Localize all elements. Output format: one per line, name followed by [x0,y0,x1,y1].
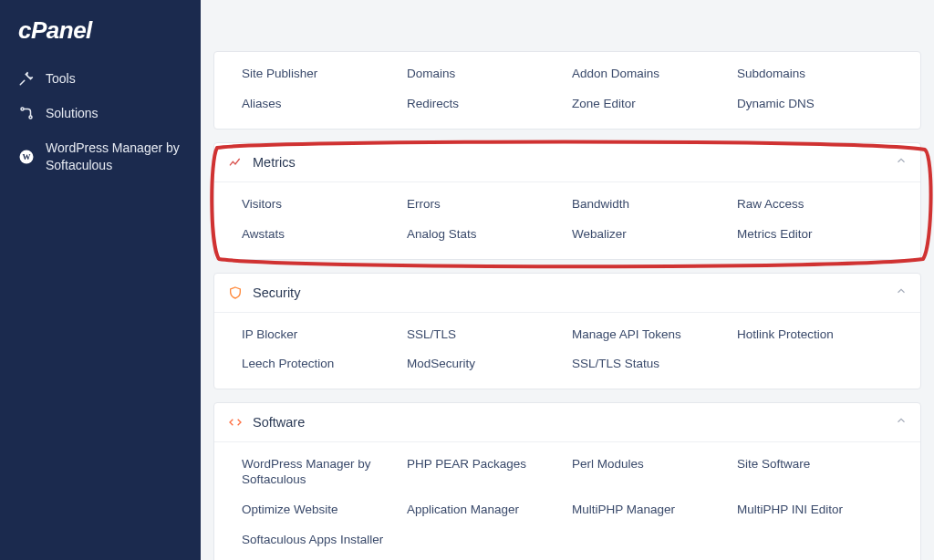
link-analog-stats[interactable]: Analog Stats [407,227,563,243]
svg-text:W: W [23,152,31,161]
link-errors[interactable]: Errors [407,197,563,213]
link-aliases[interactable]: Aliases [242,97,398,112]
sidebar-item-wordpress-manager[interactable]: W WordPress Manager by Softaculous [0,130,201,181]
link-webalizer[interactable]: Webalizer [572,227,728,243]
link-redirects[interactable]: Redirects [407,97,563,112]
link-ip-blocker[interactable]: IP Blocker [242,327,398,343]
link-domains[interactable]: Domains [407,67,563,82]
cpanel-logo: cPanel [0,13,201,61]
link-visitors[interactable]: Visitors [242,197,398,213]
link-addon-domains[interactable]: Addon Domains [572,67,728,82]
link-modsecurity[interactable]: ModSecurity [407,357,563,372]
sidebar-item-label: WordPress Manager by Softaculous [46,140,182,172]
panel-security-head[interactable]: Security [214,274,920,313]
panel-domains-partial: Site Publisher Domains Addon Domains Sub… [213,51,921,130]
link-multiphp-manager[interactable]: MultiPHP Manager [572,503,728,518]
link-site-publisher[interactable]: Site Publisher [242,67,398,82]
link-leech-protection[interactable]: Leech Protection [242,357,398,372]
logo-text: cPanel [18,16,92,45]
link-ssl-tls-status[interactable]: SSL/TLS Status [572,357,728,372]
link-metrics-editor[interactable]: Metrics Editor [737,227,893,243]
chevron-up-icon [895,285,908,301]
panel-software-grid: WordPress Manager by Softaculous PHP PEA… [214,442,920,560]
sidebar-item-solutions[interactable]: Solutions [0,96,201,130]
metrics-icon [227,154,244,171]
sidebar-item-tools[interactable]: Tools [0,61,201,96]
software-icon [227,414,244,430]
sidebar: cPanel Tools Solutions W WordPress Manag… [0,0,201,560]
security-icon [227,285,244,301]
panel-domains-grid: Site Publisher Domains Addon Domains Sub… [214,52,920,129]
panel-metrics-head[interactable]: Metrics [214,143,920,182]
sidebar-item-label: Solutions [46,105,182,121]
svg-point-0 [21,108,24,110]
panel-metrics-grid: Visitors Errors Bandwidth Raw Access Aws… [214,182,920,259]
link-optimize-website[interactable]: Optimize Website [242,503,398,518]
tools-icon [18,70,35,87]
link-php-pear-packages[interactable]: PHP PEAR Packages [407,457,563,488]
panel-metrics-title: Metrics [253,155,895,170]
link-zone-editor[interactable]: Zone Editor [572,97,728,112]
link-bandwidth[interactable]: Bandwidth [572,197,728,213]
link-hotlink-protection[interactable]: Hotlink Protection [737,327,893,343]
svg-point-1 [29,116,32,119]
link-awstats[interactable]: Awstats [242,227,398,243]
panel-security: Security IP Blocker SSL/TLS Manage API T… [213,273,921,390]
link-site-software[interactable]: Site Software [737,457,893,488]
link-subdomains[interactable]: Subdomains [737,67,893,82]
link-wordpress-manager[interactable]: WordPress Manager by Softaculous [242,457,398,488]
chevron-up-icon [895,154,908,171]
wordpress-icon: W [18,149,35,165]
panel-security-title: Security [253,285,895,300]
main-content: Site Publisher Domains Addon Domains Sub… [201,0,934,560]
link-application-manager[interactable]: Application Manager [407,503,563,518]
link-raw-access[interactable]: Raw Access [737,197,893,213]
link-perl-modules[interactable]: Perl Modules [572,457,728,488]
panel-software: Software WordPress Manager by Softaculou… [213,402,921,560]
panel-security-grid: IP Blocker SSL/TLS Manage API Tokens Hot… [214,313,920,389]
link-manage-api-tokens[interactable]: Manage API Tokens [572,327,728,343]
link-ssl-tls[interactable]: SSL/TLS [407,327,563,343]
link-softaculous-apps-installer[interactable]: Softaculous Apps Installer [242,533,398,548]
link-dynamic-dns[interactable]: Dynamic DNS [737,97,893,112]
chevron-up-icon [895,414,908,430]
link-multiphp-ini-editor[interactable]: MultiPHP INI Editor [737,503,893,518]
panel-metrics: Metrics Visitors Errors Bandwidth Raw Ac… [213,142,921,260]
solutions-icon [18,105,35,121]
panel-software-title: Software [253,415,895,430]
sidebar-item-label: Tools [46,70,182,87]
panel-software-head[interactable]: Software [214,403,920,442]
